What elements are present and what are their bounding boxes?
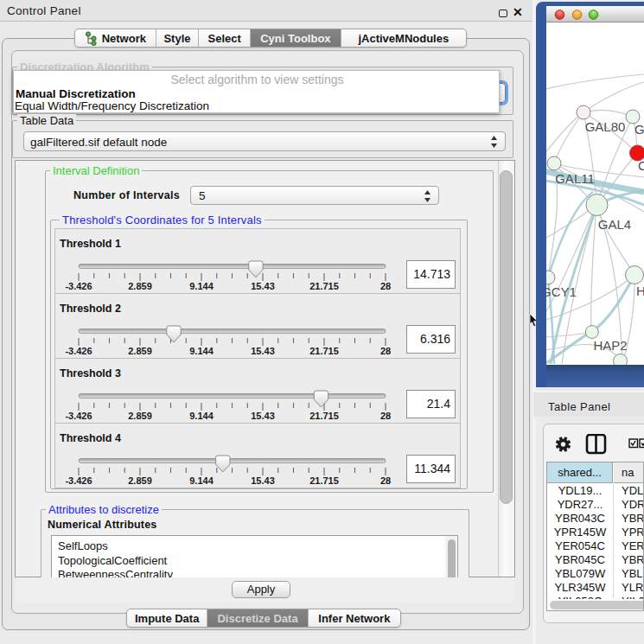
svg-text:-3.426: -3.426 <box>65 475 92 486</box>
svg-text:15.43: 15.43 <box>251 411 275 421</box>
svg-text:2.859: 2.859 <box>128 281 152 291</box>
svg-text:15.43: 15.43 <box>251 346 275 356</box>
svg-text:GAL11: GAL11 <box>555 171 595 186</box>
svg-text:28: 28 <box>380 346 391 356</box>
svg-text:21.715: 21.715 <box>309 411 339 421</box>
svg-text:-3.426: -3.426 <box>65 281 92 291</box>
svg-text:2.859: 2.859 <box>128 475 152 486</box>
svg-text:28: 28 <box>380 475 391 486</box>
svg-text:21.715: 21.715 <box>309 475 339 486</box>
svg-text:9.144: 9.144 <box>189 475 214 486</box>
svg-text:28: 28 <box>380 281 391 291</box>
svg-text:CO: CO <box>638 158 644 173</box>
svg-text:9.144: 9.144 <box>189 281 214 291</box>
svg-text:2.859: 2.859 <box>128 346 152 356</box>
svg-text:HAP2: HAP2 <box>593 338 627 353</box>
svg-text:GAL80: GAL80 <box>585 119 626 134</box>
svg-text:2.859: 2.859 <box>128 411 152 421</box>
svg-text:28: 28 <box>380 411 391 421</box>
svg-text:HI: HI <box>636 284 644 298</box>
svg-text:15.43: 15.43 <box>251 475 275 486</box>
svg-text:9.144: 9.144 <box>189 346 214 356</box>
svg-text:15.43: 15.43 <box>251 281 275 291</box>
svg-text:GCY1: GCY1 <box>546 284 577 299</box>
svg-text:21.715: 21.715 <box>309 346 339 356</box>
svg-text:-3.426: -3.426 <box>65 346 92 356</box>
svg-text:-3.426: -3.426 <box>65 411 92 421</box>
svg-text:9.144: 9.144 <box>189 411 214 421</box>
svg-text:21.715: 21.715 <box>309 281 339 291</box>
svg-text:GAL: GAL <box>634 122 644 137</box>
svg-text:GAL4: GAL4 <box>598 217 631 232</box>
